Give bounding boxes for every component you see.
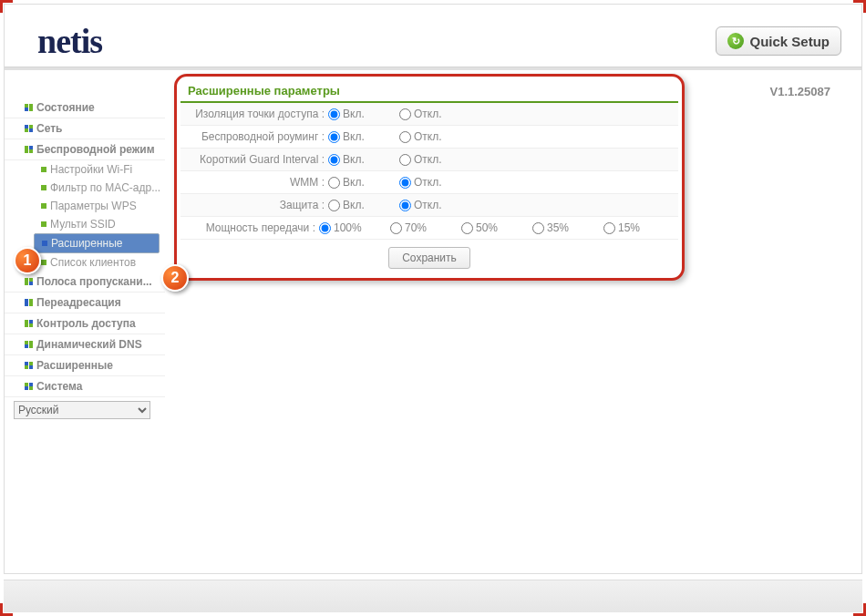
radio-input[interactable] — [399, 154, 411, 166]
radio-input[interactable] — [399, 200, 411, 211]
radio-short-gi-on[interactable]: Вкл. — [328, 153, 399, 166]
radio-label: Откл. — [414, 130, 442, 143]
radio-roaming-on[interactable]: Вкл. — [328, 130, 399, 143]
radio-label: Вкл. — [343, 176, 365, 189]
sidebar-item-network[interactable]: Сеть — [5, 118, 165, 139]
field-label: Мощность передачи : — [184, 221, 319, 234]
sidebar-item-label: Система — [36, 380, 83, 393]
row-short-gi: Короткий Guard Interval : Вкл. Откл. — [180, 149, 678, 171]
sidebar-sub-mac-filter[interactable]: Фильтр по MAC-адр... — [5, 179, 165, 197]
sidebar-item-label: Мульти SSID — [50, 218, 116, 231]
sidebar-sub-multi-ssid[interactable]: Мульти SSID — [5, 215, 165, 233]
menu-icon — [25, 383, 33, 391]
submenu-icon — [41, 185, 46, 190]
sidebar-item-label: Динамический DNS — [36, 338, 142, 351]
radio-input[interactable] — [399, 177, 411, 189]
submenu-icon — [41, 260, 46, 265]
row-roaming: Беспроводной роуминг : Вкл. Откл. — [180, 126, 678, 149]
refresh-icon: ↻ — [727, 33, 744, 49]
field-label: WMM : — [184, 176, 328, 189]
radio-ap-isolation-on[interactable]: Вкл. — [328, 108, 399, 120]
sidebar-item-wireless[interactable]: Беспроводной режим — [5, 139, 165, 160]
radio-label: Откл. — [414, 153, 442, 166]
sidebar-item-label: Полоса пропускани... — [36, 275, 152, 288]
radio-input[interactable] — [328, 131, 340, 143]
panel-title: Расширенные параметры — [180, 78, 678, 103]
radio-label: Откл. — [414, 199, 442, 211]
radio-label: Вкл. — [343, 108, 365, 120]
sidebar-item-label: Сеть — [36, 122, 62, 135]
menu-icon — [25, 146, 33, 154]
radio-label: Вкл. — [343, 130, 365, 143]
quick-setup-button[interactable]: ↻ Quick Setup — [716, 26, 841, 56]
menu-icon — [25, 104, 33, 112]
radio-input[interactable] — [328, 154, 340, 166]
radio-txpower-15[interactable]: 15% — [603, 221, 675, 234]
sidebar-item-advanced[interactable]: Расширенные — [5, 355, 165, 376]
submenu-icon — [41, 203, 46, 209]
menu-icon — [25, 278, 33, 286]
sidebar-item-bandwidth[interactable]: Полоса пропускани... — [5, 272, 165, 293]
language-select[interactable]: Русский — [14, 401, 150, 419]
radio-input[interactable] — [399, 108, 411, 120]
sidebar-item-forwarding[interactable]: Переадресация — [5, 293, 165, 313]
radio-wmm-off[interactable]: Откл. — [399, 176, 470, 189]
sidebar-item-label: Настройки Wi-Fi — [50, 163, 132, 176]
radio-label: 50% — [476, 221, 498, 234]
radio-input[interactable] — [603, 222, 615, 234]
menu-icon — [25, 299, 33, 307]
submenu-icon — [41, 167, 46, 172]
row-protection: Защита : Вкл. Откл. — [180, 194, 678, 217]
radio-input[interactable] — [390, 222, 402, 234]
field-label: Изоляция точки доступа : — [184, 108, 328, 120]
radio-protection-off[interactable]: Откл. — [399, 199, 470, 211]
sidebar-item-label: Фильтр по MAC-адр... — [50, 181, 160, 194]
radio-short-gi-off[interactable]: Откл. — [399, 153, 470, 166]
radio-label: 70% — [405, 221, 427, 234]
radio-protection-on[interactable]: Вкл. — [328, 199, 399, 211]
sidebar-item-label: Беспроводной режим — [36, 143, 155, 156]
sidebar-item-label: Контроль доступа — [36, 317, 136, 330]
radio-txpower-70[interactable]: 70% — [390, 221, 461, 234]
logo: netis — [37, 21, 102, 61]
row-wmm: WMM : Вкл. Откл. — [180, 171, 678, 194]
radio-label: 15% — [618, 221, 640, 234]
sidebar-sub-wps[interactable]: Параметры WPS — [5, 197, 165, 215]
radio-input[interactable] — [328, 177, 340, 189]
firmware-version: V1.1.25087 — [769, 85, 830, 98]
radio-input[interactable] — [532, 222, 544, 234]
radio-roaming-off[interactable]: Откл. — [399, 130, 470, 143]
radio-input[interactable] — [328, 200, 340, 211]
menu-icon — [25, 341, 33, 349]
row-tx-power: Мощность передачи : 100% 70% 50% 35% 15% — [180, 217, 678, 240]
radio-input[interactable] — [399, 131, 411, 143]
corner-icon — [853, 0, 866, 13]
sidebar-item-access-control[interactable]: Контроль доступа — [5, 313, 165, 334]
radio-wmm-on[interactable]: Вкл. — [328, 176, 399, 189]
annotation-badge-1: 1 — [14, 247, 41, 274]
radio-label: Откл. — [414, 176, 442, 189]
field-label: Защита : — [184, 199, 328, 211]
radio-label: Откл. — [414, 108, 442, 120]
radio-txpower-100[interactable]: 100% — [319, 221, 390, 234]
menu-icon — [25, 362, 33, 370]
advanced-settings-panel: Расширенные параметры Изоляция точки дос… — [174, 74, 685, 281]
sidebar-sub-wifi-settings[interactable]: Настройки Wi-Fi — [5, 160, 165, 179]
radio-txpower-35[interactable]: 35% — [532, 221, 603, 234]
menu-icon — [25, 125, 33, 133]
save-button[interactable]: Сохранить — [388, 247, 470, 269]
sidebar-sub-advanced[interactable]: Расширенные — [34, 233, 160, 253]
menu-icon — [25, 320, 33, 328]
radio-label: Вкл. — [343, 153, 365, 166]
sidebar-item-label: Переадресация — [36, 296, 121, 309]
radio-input[interactable] — [319, 222, 331, 234]
radio-txpower-50[interactable]: 50% — [461, 221, 532, 234]
radio-label: 35% — [547, 221, 569, 234]
sidebar-item-system[interactable]: Система — [5, 376, 165, 397]
sidebar-item-status[interactable]: Состояние — [5, 98, 165, 118]
sidebar-item-label: Расширенные — [51, 237, 123, 250]
radio-input[interactable] — [328, 108, 340, 120]
sidebar-item-ddns[interactable]: Динамический DNS — [5, 334, 165, 355]
radio-ap-isolation-off[interactable]: Откл. — [399, 108, 470, 120]
radio-input[interactable] — [461, 222, 473, 234]
